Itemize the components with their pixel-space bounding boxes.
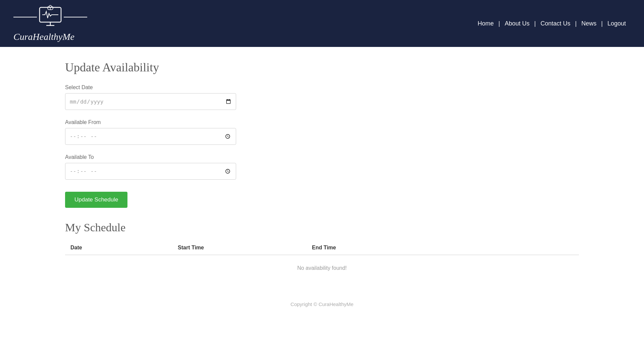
logo-container: CuraHealthyMe <box>13 5 87 42</box>
date-group: Select Date <box>65 84 579 110</box>
no-availability-message: No availability found! <box>65 255 579 282</box>
to-label: Available To <box>65 154 579 160</box>
header: CuraHealthyMe Home | About Us | Contact … <box>0 0 644 47</box>
col-date: Date <box>65 241 172 255</box>
copyright-text: Copyright © CuraHealthyMe <box>0 301 644 307</box>
from-time-input[interactable] <box>65 128 236 145</box>
from-group: Available From <box>65 119 579 145</box>
nav-home[interactable]: Home <box>473 20 498 27</box>
to-group: Available To <box>65 154 579 180</box>
no-availability-row: No availability found! <box>65 255 579 282</box>
schedule-section-title: My Schedule <box>65 221 579 234</box>
update-schedule-button[interactable]: Update Schedule <box>65 192 127 208</box>
from-label: Available From <box>65 119 579 125</box>
date-label: Select Date <box>65 84 579 90</box>
logo-text: CuraHealthyMe <box>13 32 74 42</box>
footer: Copyright © CuraHealthyMe <box>0 295 644 320</box>
logo-line-left <box>13 17 37 17</box>
schedule-table-header-row: Date Start Time End Time <box>65 241 579 255</box>
main-nav: Home | About Us | Contact Us | News | Lo… <box>473 20 631 27</box>
nav-logout[interactable]: Logout <box>603 20 631 27</box>
to-time-input[interactable] <box>65 163 236 180</box>
logo-monitor-icon <box>37 5 64 29</box>
page-title: Update Availability <box>65 60 579 74</box>
schedule-table: Date Start Time End Time No availability… <box>65 241 579 281</box>
nav-news[interactable]: News <box>577 20 601 27</box>
logo-line-right <box>64 17 87 17</box>
nav-contact[interactable]: Contact Us <box>536 20 575 27</box>
availability-form: Select Date Available From Available To … <box>65 84 579 208</box>
col-end-time: End Time <box>307 241 579 255</box>
col-start-time: Start Time <box>172 241 307 255</box>
main-content: Update Availability Select Date Availabl… <box>0 47 644 295</box>
nav-about[interactable]: About Us <box>500 20 534 27</box>
date-input[interactable] <box>65 93 236 110</box>
